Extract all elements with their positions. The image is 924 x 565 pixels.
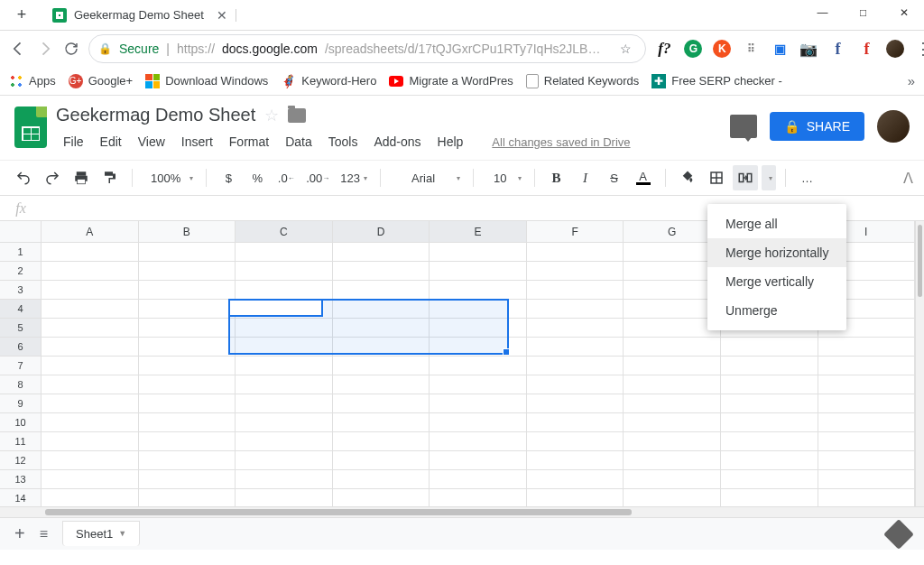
cell[interactable]	[236, 451, 333, 470]
cell[interactable]	[430, 489, 527, 508]
column-header[interactable]: F	[527, 221, 624, 243]
cell[interactable]	[527, 262, 624, 281]
cell[interactable]	[42, 489, 139, 508]
merge-menu-item[interactable]: Merge horizontally	[707, 238, 846, 267]
menu-format[interactable]: Format	[222, 131, 276, 153]
cell[interactable]	[721, 357, 818, 375]
cell[interactable]	[624, 338, 721, 357]
cell[interactable]	[721, 413, 818, 432]
window-close[interactable]: ✕	[883, 0, 924, 25]
new-tab-button[interactable]: +	[9, 3, 34, 28]
cell[interactable]	[624, 489, 721, 508]
browser-tab[interactable]: Geekermag Demo Sheet ✕	[43, 2, 237, 29]
menu-data[interactable]: Data	[278, 131, 319, 153]
window-maximize[interactable]: □	[843, 0, 883, 25]
cell[interactable]	[818, 413, 916, 432]
collapse-toolbar-icon[interactable]: ᐱ	[903, 170, 913, 187]
ext-icon-font[interactable]: f?	[655, 40, 673, 58]
cell[interactable]	[236, 300, 333, 319]
undo-icon[interactable]	[11, 165, 36, 190]
cell[interactable]	[333, 451, 430, 470]
ext-icon-camera[interactable]: 📷	[799, 40, 818, 58]
row-header[interactable]: 12	[0, 451, 42, 470]
cell[interactable]	[236, 281, 333, 300]
fill-color-icon[interactable]	[675, 165, 700, 190]
cell[interactable]	[333, 262, 430, 281]
menu-addons[interactable]: Add-ons	[366, 131, 428, 153]
row-header[interactable]: 11	[0, 432, 42, 451]
decimal-increase-icon[interactable]: .00→	[302, 165, 333, 190]
cell[interactable]	[430, 300, 527, 319]
cell[interactable]	[527, 357, 624, 375]
merge-menu-item[interactable]: Unmerge	[707, 296, 846, 325]
cell[interactable]	[42, 262, 139, 281]
nav-reload-icon[interactable]	[63, 36, 79, 61]
cell[interactable]	[527, 243, 624, 262]
cell[interactable]	[624, 470, 721, 489]
cell[interactable]	[430, 281, 527, 300]
cell[interactable]	[42, 300, 139, 319]
cell[interactable]	[139, 243, 236, 262]
cell[interactable]	[721, 489, 818, 508]
cell[interactable]	[333, 375, 430, 394]
ext-icon-tab[interactable]: ▣	[771, 40, 789, 58]
cell[interactable]	[624, 375, 721, 394]
cell[interactable]	[139, 451, 236, 470]
cell[interactable]	[42, 413, 139, 432]
cell[interactable]	[721, 451, 818, 470]
toolbar-more-icon[interactable]: …	[795, 165, 820, 190]
menu-file[interactable]: File	[56, 131, 91, 153]
bookmark-apps[interactable]: Apps	[9, 74, 56, 88]
cell[interactable]	[527, 470, 624, 489]
redo-icon[interactable]	[40, 165, 65, 190]
cell[interactable]	[139, 300, 236, 319]
omnibox[interactable]: 🔒 Secure | https://docs.google.com/sprea…	[88, 34, 646, 63]
ext-icon-facebook[interactable]: f	[828, 40, 846, 58]
cell[interactable]	[236, 375, 333, 394]
comments-icon[interactable]	[730, 115, 757, 138]
font-size-dropdown[interactable]: 10	[483, 165, 524, 190]
font-dropdown[interactable]: Arial	[390, 165, 464, 190]
cell[interactable]	[430, 470, 527, 489]
cell[interactable]	[333, 432, 430, 451]
sheets-logo-icon[interactable]	[14, 107, 47, 148]
cell[interactable]	[527, 451, 624, 470]
cell[interactable]	[42, 451, 139, 470]
currency-icon[interactable]: $	[216, 165, 241, 190]
tab-close-icon[interactable]: ✕	[217, 8, 227, 23]
cell[interactable]	[430, 451, 527, 470]
cell[interactable]	[527, 375, 624, 394]
cell[interactable]	[333, 319, 430, 338]
cell[interactable]	[527, 338, 624, 357]
cell[interactable]	[624, 394, 721, 413]
cell[interactable]	[818, 375, 916, 394]
explore-icon[interactable]	[883, 519, 914, 550]
cell[interactable]	[42, 470, 139, 489]
cell[interactable]	[430, 413, 527, 432]
cell[interactable]	[333, 281, 430, 300]
merge-cells-icon[interactable]	[733, 165, 758, 190]
cell[interactable]	[236, 357, 333, 375]
row-header[interactable]: 6	[0, 338, 42, 357]
row-header[interactable]: 8	[0, 375, 42, 394]
add-sheet-icon[interactable]: +	[14, 523, 25, 544]
paint-format-icon[interactable]	[97, 165, 123, 190]
strikethrough-icon[interactable]: S	[602, 165, 627, 190]
cell[interactable]	[430, 357, 527, 375]
cell[interactable]	[430, 262, 527, 281]
cell[interactable]	[42, 243, 139, 262]
cell[interactable]	[527, 300, 624, 319]
cell[interactable]	[527, 281, 624, 300]
column-header[interactable]: D	[333, 221, 430, 243]
cell[interactable]	[42, 357, 139, 375]
ext-icon-cast[interactable]: ⠿	[742, 40, 760, 58]
print-icon[interactable]	[69, 165, 94, 190]
cell[interactable]	[139, 338, 236, 357]
italic-icon[interactable]: I	[573, 165, 598, 190]
column-header[interactable]: G	[624, 221, 721, 243]
profile-avatar-icon[interactable]	[886, 40, 904, 58]
bookmark-item[interactable]: Migrate a WordPres	[389, 74, 513, 88]
row-header[interactable]: 4	[0, 300, 42, 319]
doc-title[interactable]: Geekermag Demo Sheet	[56, 105, 255, 125]
cell[interactable]	[333, 338, 430, 357]
